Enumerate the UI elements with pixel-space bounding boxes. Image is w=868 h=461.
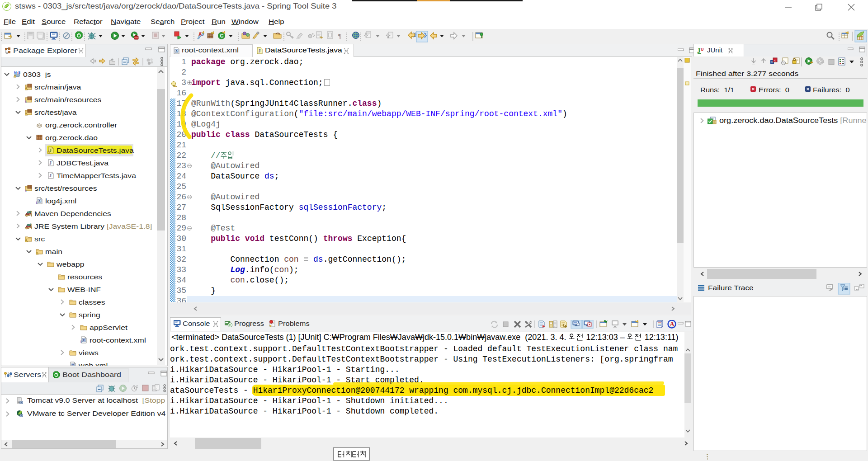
svg-text:J: J — [697, 47, 701, 54]
svg-text:x: x — [771, 60, 773, 64]
svg-text:¶: ¶ — [338, 33, 341, 40]
svg-text:X: X — [175, 49, 178, 52]
svg-text:C: C — [220, 33, 224, 38]
svg-text:x: x — [774, 58, 776, 62]
svg-text:A: A — [198, 32, 202, 37]
svg-text:U: U — [701, 47, 704, 52]
svg-text:A: A — [670, 321, 675, 328]
svg-text:J: J — [259, 48, 261, 53]
